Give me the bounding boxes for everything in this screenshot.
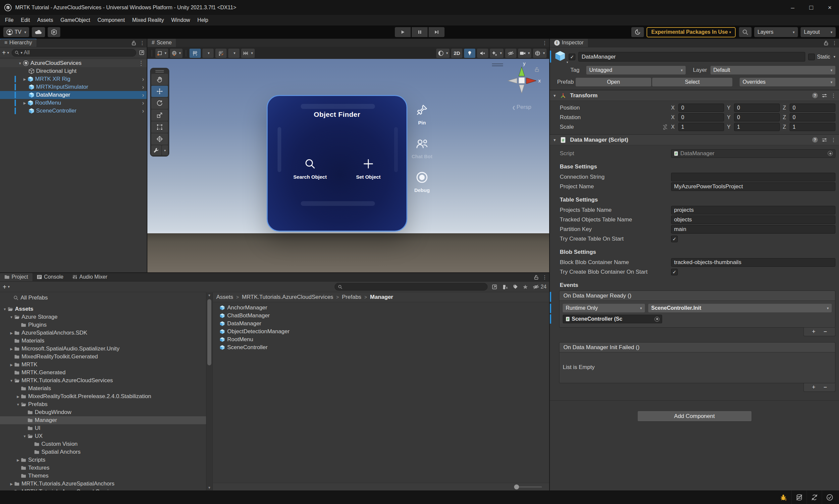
lock-icon[interactable] xyxy=(534,275,539,280)
plastic-scm-button[interactable] xyxy=(48,27,60,37)
menu-file[interactable]: File xyxy=(1,15,17,25)
maximize-button[interactable]: □ xyxy=(802,0,820,15)
menu-component[interactable]: Component xyxy=(94,15,129,25)
tree-item[interactable]: Custom Vision xyxy=(0,440,206,448)
active-checkbox[interactable]: ✓ xyxy=(569,54,575,60)
foldout-icon[interactable]: ▼ xyxy=(17,61,23,65)
hierarchy-search-input[interactable]: ▾ All xyxy=(12,49,136,57)
event-state-dropdown[interactable]: Runtime Only ▾ xyxy=(563,304,645,312)
scale-y-field[interactable]: 1 xyxy=(734,123,780,131)
create-asset-button[interactable]: + ▾ xyxy=(3,284,10,290)
project-name-field[interactable]: MyAzurePowerToolsProject xyxy=(671,182,835,191)
hidden-items-count[interactable]: 24 xyxy=(533,284,547,290)
hierarchy-item-scene-controller[interactable]: SceneController › xyxy=(0,107,147,115)
view-tool-button[interactable] xyxy=(151,74,168,85)
asset-data-manager[interactable]: DataManager xyxy=(213,320,549,328)
tree-item[interactable]: MRTK.Generated xyxy=(0,368,206,377)
rotation-y-field[interactable]: 0 xyxy=(734,113,780,122)
thumbnail-size-slider[interactable] xyxy=(515,486,542,487)
account-dropdown[interactable]: TV ▾ xyxy=(3,27,29,37)
transform-tool-button[interactable] xyxy=(151,133,168,145)
scroll-down-icon[interactable]: ▼ xyxy=(206,486,212,489)
add-event-button[interactable]: + xyxy=(812,328,816,335)
panel-menu-icon[interactable]: ⋮ xyxy=(140,40,145,46)
grid-snap-dropdown[interactable]: ▾ xyxy=(228,49,239,58)
breadcrumb-item[interactable]: Prefabs xyxy=(342,294,361,301)
2d-mode-button[interactable]: 2D xyxy=(451,49,462,58)
try-create-blob-checkbox[interactable]: ✓ xyxy=(671,269,678,275)
chat-bot-icon[interactable] xyxy=(416,137,428,150)
component-menu-icon[interactable]: ⋮ xyxy=(831,93,836,98)
scene-effects-dropdown[interactable]: ▾ xyxy=(490,49,503,58)
tool-handle-rotation-button[interactable]: ▾ xyxy=(170,49,183,58)
help-icon[interactable]: ? xyxy=(812,93,818,98)
favorites-icon[interactable] xyxy=(523,284,528,290)
tab-project[interactable]: Project xyxy=(0,273,32,281)
prefab-open-chevron[interactable]: › xyxy=(142,91,144,99)
tree-item[interactable]: ▶MRTK.Tutorials.AzureSpatialAnchors xyxy=(0,480,206,488)
tree-item[interactable]: ▶MRTK.Tutorials.AzureSpeechServices xyxy=(0,488,206,490)
event-title[interactable]: On Data Manager Ready () xyxy=(560,291,835,301)
tree-item-manager-selected[interactable]: Manager xyxy=(0,416,206,424)
tree-item[interactable]: ▶MixedRealityToolkit.Prerelease.2.4.0.St… xyxy=(0,393,206,400)
project-tree-scrollbar[interactable]: ▼ ▼ xyxy=(206,292,213,490)
script-field[interactable]: # DataManager xyxy=(671,149,835,158)
chevron-down-icon[interactable]: ▾ xyxy=(833,55,835,59)
prefab-overrides-dropdown[interactable]: Overrides ▾ xyxy=(740,78,835,86)
foldout-icon[interactable]: ▶ xyxy=(22,101,28,105)
tree-item[interactable]: ▶Microsoft.SpatialAudio.Spatializer.Unit… xyxy=(0,345,206,353)
tracked-objects-table-field[interactable]: objects xyxy=(671,215,835,224)
tree-item[interactable]: ▼Azure Storage xyxy=(0,313,206,321)
progress-status-button[interactable] xyxy=(822,490,837,504)
rect-tool-button[interactable] xyxy=(151,122,168,133)
hierarchy-scene-row[interactable]: ▼ AzureCloudServices ⋮ xyxy=(0,59,147,67)
tree-item[interactable]: ▶Scripts xyxy=(0,456,206,464)
asset-scene-controller[interactable]: SceneController xyxy=(213,343,549,352)
layout-dropdown[interactable]: Layout ▾ xyxy=(801,27,836,37)
rotation-z-field[interactable]: 0 xyxy=(790,113,835,122)
open-new-window-icon[interactable] xyxy=(492,284,497,290)
foldout-icon[interactable]: ▼ xyxy=(553,94,558,97)
transform-header[interactable]: ▼ Transform ? ⋮ xyxy=(550,90,839,101)
add-event-button[interactable]: + xyxy=(812,384,816,391)
scene-visibility-button[interactable] xyxy=(505,49,516,58)
scene-lighting-button[interactable] xyxy=(464,49,475,58)
try-create-table-checkbox[interactable]: ✓ xyxy=(671,236,678,242)
orientation-gizmo[interactable]: y x xyxy=(502,61,542,101)
tool-handle-pivot-button[interactable]: ▾ xyxy=(155,49,168,58)
projection-label[interactable]: Persp xyxy=(499,104,544,110)
close-button[interactable]: × xyxy=(820,0,839,15)
scene-menu-icon[interactable]: ⋮ xyxy=(138,59,144,67)
partition-key-field[interactable]: main xyxy=(671,225,835,234)
tree-item[interactable]: ▶AzureSpatialAnchors.SDK xyxy=(0,329,206,337)
data-manager-script-header[interactable]: ▼ # Data Manager (Script) ? ⋮ xyxy=(550,134,839,145)
lock-icon[interactable] xyxy=(131,40,136,46)
search-button[interactable] xyxy=(739,27,752,37)
tab-audio-mixer[interactable]: Audio Mixer xyxy=(68,273,112,281)
cache-server-status-button[interactable] xyxy=(791,490,807,504)
remove-event-button[interactable]: − xyxy=(823,384,827,391)
grid-visibility-button[interactable]: Y xyxy=(189,49,201,58)
overlay-drag-handle[interactable] xyxy=(151,69,168,73)
grid-visibility-dropdown[interactable]: ▾ xyxy=(202,49,213,58)
pin-icon[interactable] xyxy=(416,104,428,116)
tab-scene[interactable]: # Scene xyxy=(148,39,176,47)
set-object-button[interactable]: Set Object xyxy=(342,158,395,180)
rotation-x-field[interactable]: 0 xyxy=(678,113,724,122)
tree-item[interactable]: UI xyxy=(0,424,206,432)
menu-edit[interactable]: Edit xyxy=(17,15,34,25)
step-button[interactable] xyxy=(429,27,445,37)
prefab-open-chevron[interactable]: › xyxy=(142,107,144,115)
search-object-button[interactable]: Search Object xyxy=(284,158,337,180)
help-icon[interactable]: ? xyxy=(812,137,818,143)
shading-mode-dropdown[interactable]: ▾ xyxy=(436,49,450,58)
static-checkbox[interactable] xyxy=(808,54,815,60)
search-by-type-icon[interactable] xyxy=(502,284,508,290)
asset-anchor-manager[interactable]: AnchorManager xyxy=(213,304,549,312)
event-title[interactable]: On Data Manager Init Failed () xyxy=(560,342,835,353)
lock-icon[interactable] xyxy=(823,40,829,46)
position-y-field[interactable]: 0 xyxy=(734,104,780,112)
panel-menu-icon[interactable]: ⋮ xyxy=(542,40,547,46)
prefab-open-button[interactable]: Open xyxy=(576,78,651,86)
layer-dropdown[interactable]: Default ▾ xyxy=(710,66,835,74)
